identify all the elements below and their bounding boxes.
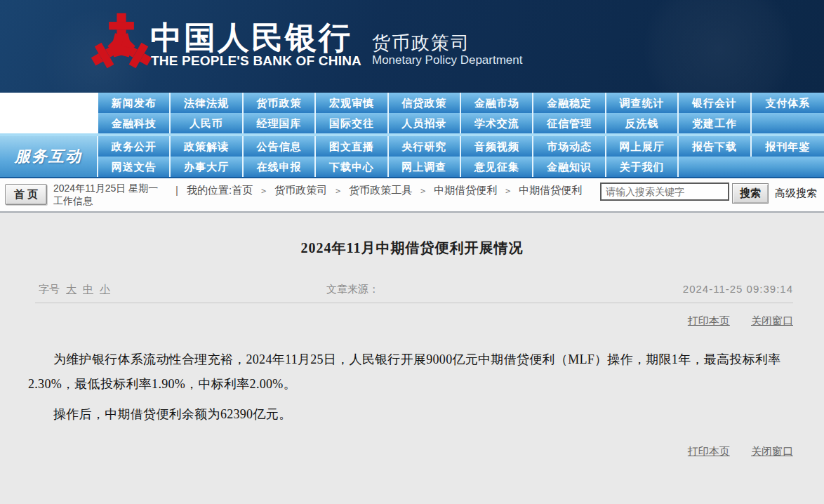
nav-item[interactable]: 宏观审慎	[316, 93, 388, 113]
bank-name-en: THE PEOPLE'S BANK OF CHINA	[151, 53, 361, 69]
nav-item[interactable]: 网上展厅	[606, 136, 679, 157]
nav-item[interactable]: 公告信息	[244, 136, 316, 157]
nav-item[interactable]: 调查统计	[606, 93, 679, 113]
search-input[interactable]	[600, 183, 729, 201]
nav-item[interactable]: 办事大厅	[171, 157, 243, 177]
pboc-logo-icon	[88, 11, 154, 77]
nav-item[interactable]: 下载中心	[316, 157, 388, 177]
nav-item[interactable]: 在线申报	[244, 157, 316, 177]
nav-item[interactable]: 学术交流	[461, 113, 533, 133]
nav-item[interactable]: 国际交往	[316, 113, 388, 133]
nav-item[interactable]: 人员招录	[389, 113, 461, 133]
article-actions-bottom: 打印本页 关闭窗口	[0, 445, 824, 458]
nav-item[interactable]: 意见征集	[461, 157, 533, 177]
nav-item[interactable]: 法律法规	[171, 93, 243, 113]
nav-item[interactable]: 人民币	[171, 113, 243, 133]
font-size-small[interactable]: 小	[100, 283, 110, 295]
font-size-label: 字号	[39, 283, 60, 295]
date-info: 2024年11月25日 星期一 工作信息	[53, 182, 158, 207]
nav-item[interactable]: 金融市场	[461, 93, 533, 113]
nav-item[interactable]: 新闻发布	[98, 93, 171, 113]
bank-name-cn: 中国人民银行	[150, 17, 361, 59]
breadcrumb-location-label: 我的位置:首页	[187, 184, 253, 196]
nav-item[interactable]: 金融知识	[533, 157, 606, 177]
article-body: 为维护银行体系流动性合理充裕，2024年11月25日，人民银行开展9000亿元中…	[28, 347, 796, 427]
main-nav-upper: 新闻发布 法律法规 货币政策 宏观审慎 信贷政策 金融市场 金融稳定 调查统计 …	[0, 93, 824, 133]
font-size-large[interactable]: 大	[66, 283, 77, 295]
nav-item[interactable]: 金融稳定	[533, 93, 606, 113]
article-datetime: 2024-11-25 09:39:14	[683, 283, 793, 295]
nav-item[interactable]: 政策解读	[171, 136, 243, 157]
nav-item[interactable]: 报告下载	[679, 136, 751, 157]
advanced-search-link[interactable]: 高级搜索	[775, 187, 817, 200]
nav-item[interactable]: 党建工作	[679, 113, 751, 133]
nav-item[interactable]: 网送文告	[98, 157, 171, 177]
nav-item[interactable]: 关于我们	[606, 157, 679, 177]
nav-item[interactable]: 金融科技	[98, 113, 171, 133]
breadcrumb-link[interactable]: 货币政策司	[274, 184, 327, 196]
meta-divider-line	[35, 303, 793, 303]
article-paragraph: 为维护银行体系流动性合理充裕，2024年11月25日，人民银行开展9000亿元中…	[28, 347, 796, 397]
font-size-controls: 字号大中小	[39, 283, 110, 296]
close-window-link[interactable]: 关闭窗口	[751, 314, 793, 326]
nav-item-empty	[679, 157, 751, 177]
site-header: 中国人民银行 THE PEOPLE'S BANK OF CHINA 货币政策司 …	[0, 0, 824, 93]
nav-item[interactable]: 图文直播	[316, 136, 388, 157]
nav-item-empty	[752, 113, 824, 133]
article-paragraph: 操作后，中期借贷便利余额为62390亿元。	[28, 402, 796, 427]
close-window-link[interactable]: 关闭窗口	[751, 445, 793, 457]
nav-item[interactable]: 信贷政策	[389, 93, 461, 113]
nav-item[interactable]: 银行会计	[679, 93, 751, 113]
nav-item[interactable]: 反洗钱	[606, 113, 679, 133]
main-nav-lower: 服务互动 政务公开 政策解读 公告信息 图文直播 央行研究 音频视频 市场动态 …	[0, 136, 824, 177]
service-interaction-label: 服务互动	[0, 136, 98, 177]
department-name-en: Monetary Policy Department	[372, 53, 522, 67]
print-page-link[interactable]: 打印本页	[688, 445, 730, 457]
search-button[interactable]: 搜索	[732, 183, 769, 204]
article-source-label: 文章来源：	[326, 283, 379, 296]
font-size-medium[interactable]: 中	[83, 283, 93, 295]
breadcrumb-bar: 首 页 2024年11月25日 星期一 工作信息 | 我的位置:首页＞货币政策司…	[0, 178, 824, 213]
breadcrumb-link[interactable]: 中期借贷便利	[519, 184, 582, 196]
breadcrumb-separator: ＞	[253, 185, 274, 196]
nav-item[interactable]: 政务公开	[98, 136, 171, 157]
work-info-line: 工作信息	[53, 194, 158, 207]
article-meta-row: 字号大中小 文章来源： 2024-11-25 09:39:14	[0, 283, 824, 297]
article-actions-top: 打印本页 关闭窗口	[0, 314, 824, 328]
breadcrumb-separator: ＞	[327, 185, 349, 196]
breadcrumb-link[interactable]: 中期借贷便利	[434, 184, 497, 196]
home-button[interactable]: 首 页	[5, 184, 47, 205]
article-title: 2024年11月中期借贷便利开展情况	[0, 213, 824, 258]
department-name-cn: 货币政策司	[372, 31, 470, 55]
nav-item[interactable]: 支付体系	[752, 93, 824, 113]
nav-item-empty	[752, 157, 824, 177]
article-content: 2024年11月中期借贷便利开展情况 字号大中小 文章来源： 2024-11-2…	[0, 213, 824, 504]
nav-item[interactable]: 货币政策	[244, 93, 316, 113]
vertical-divider: |	[175, 184, 178, 196]
nav-item[interactable]: 报刊年鉴	[752, 136, 824, 157]
breadcrumb-separator: ＞	[497, 185, 519, 196]
breadcrumb-link[interactable]: 货币政策工具	[349, 184, 412, 196]
nav-item[interactable]: 征信管理	[533, 113, 606, 133]
nav-item[interactable]: 市场动态	[533, 136, 606, 157]
nav-item[interactable]: 经理国库	[244, 113, 316, 133]
breadcrumb-separator: ＞	[412, 185, 434, 196]
date-line: 2024年11月25日 星期一	[53, 182, 158, 194]
print-page-link[interactable]: 打印本页	[688, 314, 730, 326]
nav-item[interactable]: 音频视频	[461, 136, 533, 157]
nav-item[interactable]: 网上调查	[389, 157, 461, 177]
nav-item[interactable]: 央行研究	[389, 136, 461, 157]
